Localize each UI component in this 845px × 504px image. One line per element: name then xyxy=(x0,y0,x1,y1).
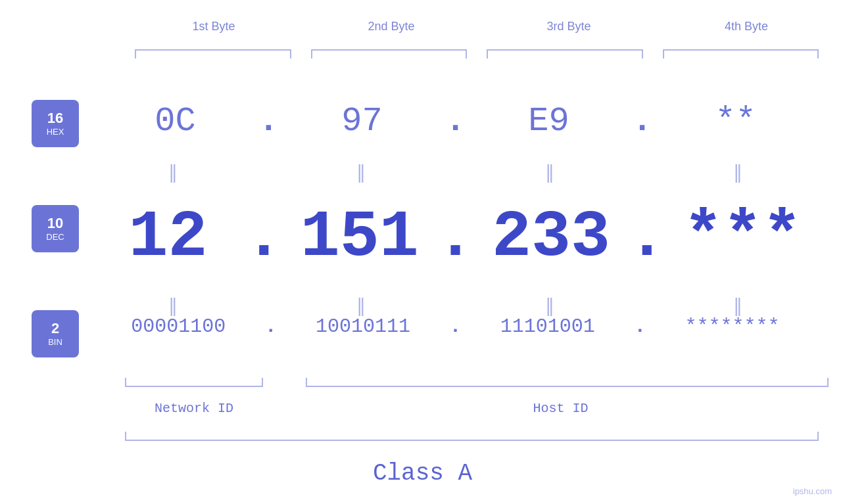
dec-dot-3: . xyxy=(627,200,667,275)
host-id-label: Host ID xyxy=(302,401,819,416)
dec-dot-2: . xyxy=(435,200,475,275)
bin-val-3: 11101001 xyxy=(462,315,635,338)
bracket-top-4 xyxy=(663,49,819,58)
network-bracket xyxy=(125,378,263,387)
bin-val-1: 00001100 xyxy=(92,315,265,338)
hex-val-3: E9 xyxy=(466,102,632,141)
hex-badge-number: 16 xyxy=(47,110,63,126)
eq-3: ‖ xyxy=(469,161,631,183)
hex-dot-3: . xyxy=(632,102,652,141)
hex-row: 0C . 97 . E9 . ** xyxy=(92,102,819,141)
eq-1: ‖ xyxy=(92,161,254,183)
hex-dot-1: . xyxy=(258,102,279,141)
hex-val-1: 0C xyxy=(92,102,258,141)
dec-badge-label: DEC xyxy=(46,232,64,242)
bin-val-2: 10010111 xyxy=(277,315,450,338)
class-label: Class A xyxy=(0,460,845,487)
bin-val-4: ******** xyxy=(646,315,819,338)
bracket-byte2 xyxy=(311,49,468,62)
bin-row: 00001100 . 10010111 . 11101001 . *******… xyxy=(92,315,819,338)
main-container: 16 HEX 10 DEC 2 BIN 1st Byte 2nd Byte 3r… xyxy=(0,0,845,504)
host-bracket xyxy=(306,378,829,387)
equals-dec-bin: ‖ ‖ ‖ ‖ xyxy=(92,294,819,316)
dec-val-3: 233 xyxy=(475,200,627,275)
dec-val-1: 12 xyxy=(92,200,244,275)
eq-4: ‖ xyxy=(657,161,819,183)
bracket-top-1 xyxy=(135,49,291,58)
equals-hex-dec: ‖ ‖ ‖ ‖ xyxy=(92,161,819,183)
bracket-byte3 xyxy=(487,49,643,62)
bracket-top-2 xyxy=(311,49,468,58)
dec-val-2: 151 xyxy=(283,200,435,275)
hex-val-2: 97 xyxy=(279,102,445,141)
col-header-4: 4th Byte xyxy=(658,20,835,34)
bin-badge-number: 2 xyxy=(51,321,59,336)
hex-dot-2: . xyxy=(445,102,466,141)
top-brackets xyxy=(125,49,829,62)
eq-2: ‖ xyxy=(280,161,442,183)
dec-dot-1: . xyxy=(244,200,283,275)
bracket-top-3 xyxy=(487,49,643,58)
bin-badge-label: BIN xyxy=(48,337,62,347)
bin-badge: 2 BIN xyxy=(32,310,79,357)
hex-badge: 16 HEX xyxy=(32,100,79,147)
eq-b2: ‖ xyxy=(280,294,442,316)
bracket-byte4 xyxy=(663,49,819,62)
hex-badge-label: HEX xyxy=(47,127,64,137)
dec-row: 12 . 151 . 233 . *** xyxy=(92,200,819,275)
bin-dot-3: . xyxy=(634,315,646,338)
network-id-label: Network ID xyxy=(125,401,263,416)
bin-dot-2: . xyxy=(449,315,461,338)
dec-badge: 10 DEC xyxy=(32,205,79,252)
column-headers: 1st Byte 2nd Byte 3rd Byte 4th Byte xyxy=(125,20,835,34)
eq-b4: ‖ xyxy=(657,294,819,316)
hex-val-4: ** xyxy=(652,102,819,141)
col-header-1: 1st Byte xyxy=(125,20,302,34)
col-header-2: 2nd Byte xyxy=(302,20,480,34)
eq-b3: ‖ xyxy=(469,294,631,316)
bracket-byte1 xyxy=(135,49,291,62)
full-bottom-bracket xyxy=(125,432,819,441)
bin-dot-1: . xyxy=(265,315,277,338)
eq-b1: ‖ xyxy=(92,294,254,316)
dec-val-4: *** xyxy=(667,200,819,275)
col-header-3: 3rd Byte xyxy=(480,20,658,34)
watermark: ipshu.com xyxy=(793,486,832,496)
dec-badge-number: 10 xyxy=(47,216,63,231)
